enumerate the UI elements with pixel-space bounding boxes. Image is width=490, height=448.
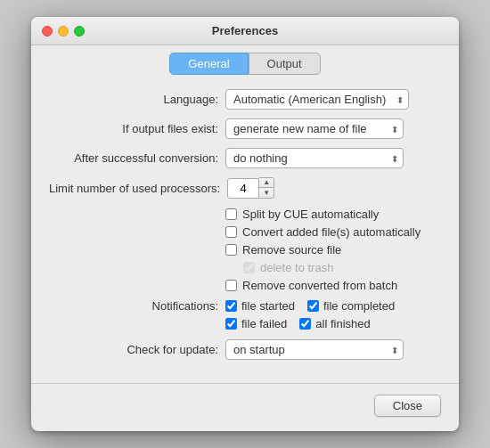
after-conversion-select-wrapper: do nothing open file open folder ⬍ xyxy=(225,148,404,168)
language-control: Automatic (American English) English Fre… xyxy=(225,89,441,110)
preferences-content: Language: Automatic (American English) E… xyxy=(31,75,459,383)
processors-stepper-buttons: ▲ ▼ xyxy=(259,177,274,199)
preferences-window: Preferences General Output Language: Aut… xyxy=(31,17,459,431)
window-title: Preferences xyxy=(42,24,448,37)
close-traffic-light[interactable] xyxy=(42,26,53,37)
check-update-select-wrapper: on startup daily weekly never ⬍ xyxy=(225,339,404,360)
notifications-row-2: file failed all finished xyxy=(49,317,441,330)
file-completed-checkbox[interactable] xyxy=(307,300,319,312)
check-update-row: Check for update: on startup daily weekl… xyxy=(49,339,441,360)
file-started-checkbox[interactable] xyxy=(225,300,237,312)
after-conversion-label: After successful conversion: xyxy=(49,151,218,165)
traffic-lights xyxy=(42,26,85,37)
file-failed-checkbox[interactable] xyxy=(225,318,237,330)
processors-increment-button[interactable]: ▲ xyxy=(259,178,274,188)
language-select-wrapper: Automatic (American English) English Fre… xyxy=(225,89,409,110)
tab-general[interactable]: General xyxy=(169,53,248,75)
language-row: Language: Automatic (American English) E… xyxy=(49,89,441,110)
close-button[interactable]: Close xyxy=(374,395,441,417)
all-finished-label[interactable]: all finished xyxy=(315,317,370,330)
maximize-traffic-light[interactable] xyxy=(74,26,85,37)
notifications-checks-row1: file started file completed xyxy=(225,299,395,313)
check-update-select[interactable]: on startup daily weekly never xyxy=(225,339,404,360)
language-label: Language: xyxy=(49,93,218,106)
file-started-check: file started xyxy=(225,299,295,313)
remove-source-row: Remove source file xyxy=(225,243,441,257)
remove-converted-checkbox[interactable] xyxy=(225,280,237,291)
titlebar: Preferences xyxy=(31,17,459,45)
output-files-control: generate new name of file overwrite ask … xyxy=(225,118,441,139)
delete-trash-checkbox[interactable] xyxy=(243,262,255,273)
tab-output[interactable]: Output xyxy=(249,53,321,75)
notifications-label: Notifications: xyxy=(49,299,218,313)
checkboxes-section: Split by CUE automatically Convert added… xyxy=(49,208,441,292)
split-cue-label[interactable]: Split by CUE automatically xyxy=(242,208,379,221)
processors-input[interactable] xyxy=(227,178,259,199)
file-started-label[interactable]: file started xyxy=(241,299,295,313)
delete-trash-row: delete to trash xyxy=(225,261,441,274)
processors-decrement-button[interactable]: ▼ xyxy=(259,188,274,198)
delete-trash-label: delete to trash xyxy=(260,261,333,274)
notifications-row-1: Notifications: file started file complet… xyxy=(49,299,441,313)
file-failed-label[interactable]: file failed xyxy=(241,317,287,330)
file-failed-check: file failed xyxy=(225,317,287,330)
check-update-label: Check for update: xyxy=(49,343,218,356)
output-files-label: If output files exist: xyxy=(49,122,218,135)
after-conversion-control: do nothing open file open folder ⬍ xyxy=(225,148,441,168)
language-select[interactable]: Automatic (American English) English Fre… xyxy=(225,89,409,110)
processors-label: Limit number of used processors: xyxy=(49,182,220,195)
all-finished-checkbox[interactable] xyxy=(299,318,311,330)
output-files-row: If output files exist: generate new name… xyxy=(49,118,441,139)
output-files-select[interactable]: generate new name of file overwrite ask … xyxy=(225,118,404,139)
file-completed-check: file completed xyxy=(307,299,395,313)
split-cue-row: Split by CUE automatically xyxy=(225,208,441,221)
processors-row: Limit number of used processors: ▲ ▼ xyxy=(49,177,441,199)
convert-added-row: Convert added file(s) automatically xyxy=(225,225,441,239)
remove-source-label[interactable]: Remove source file xyxy=(242,243,341,257)
remove-converted-label[interactable]: Remove converted from batch xyxy=(242,279,397,292)
all-finished-check: all finished xyxy=(299,317,370,330)
notifications-section: Notifications: file started file complet… xyxy=(49,299,441,330)
file-completed-label[interactable]: file completed xyxy=(323,299,395,313)
split-cue-checkbox[interactable] xyxy=(225,208,237,220)
check-update-control: on startup daily weekly never ⬍ xyxy=(225,339,441,360)
processors-control: ▲ ▼ xyxy=(227,177,441,199)
remove-converted-row: Remove converted from batch xyxy=(225,279,441,292)
remove-source-checkbox[interactable] xyxy=(225,244,237,256)
convert-added-checkbox[interactable] xyxy=(225,226,237,238)
convert-added-label[interactable]: Convert added file(s) automatically xyxy=(242,225,421,239)
after-conversion-select[interactable]: do nothing open file open folder xyxy=(225,148,404,168)
after-conversion-row: After successful conversion: do nothing … xyxy=(49,148,441,168)
minimize-traffic-light[interactable] xyxy=(58,26,69,37)
output-files-select-wrapper: generate new name of file overwrite ask … xyxy=(225,118,404,139)
processors-stepper: ▲ ▼ xyxy=(227,177,274,199)
tab-bar: General Output xyxy=(31,45,459,75)
notifications-checks-row2: file failed all finished xyxy=(225,317,371,330)
footer: Close xyxy=(31,383,459,431)
